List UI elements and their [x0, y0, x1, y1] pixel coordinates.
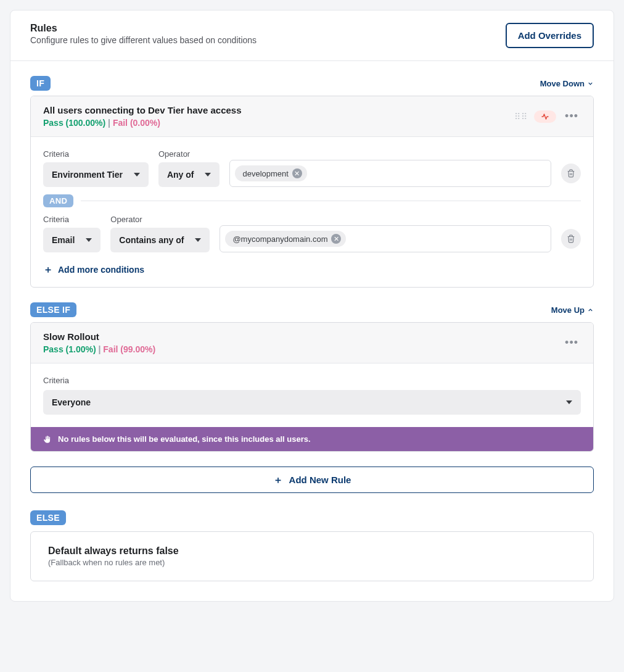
criteria-label: Criteria	[43, 215, 101, 224]
move-down-label: Move Down	[540, 79, 585, 88]
delete-condition-button[interactable]	[561, 229, 581, 249]
card-body: IF Move Down All users connecting to Dev…	[10, 61, 614, 601]
chevron-down-icon	[195, 238, 201, 242]
criteria-select[interactable]: Environment Tier	[43, 162, 149, 187]
add-overrides-button[interactable]: Add Overrides	[506, 23, 594, 48]
trash-icon	[567, 169, 575, 178]
elseif-badge: ELSE IF	[30, 302, 76, 317]
chevron-up-icon	[587, 307, 594, 313]
pass-fail-row: Pass (1.00%) | Fail (99.00%)	[43, 344, 155, 354]
page-subtitle: Configure rules to give different values…	[30, 35, 257, 45]
trash-icon	[567, 234, 575, 243]
remove-chip-icon[interactable]: ✕	[331, 234, 341, 244]
remove-chip-icon[interactable]: ✕	[292, 168, 302, 178]
else-subtitle: (Fallback when no rules are met)	[48, 558, 576, 567]
rule-head-actions: •••	[562, 334, 581, 352]
rule-body-1: Criteria Environment Tier Operator Any o…	[31, 137, 593, 287]
move-up-button[interactable]: Move Up	[551, 305, 594, 315]
else-box: Default always returns false (Fallback w…	[30, 531, 594, 581]
value-chip: @mycompanydomain.com ✕	[225, 231, 346, 247]
operator-select[interactable]: Contains any of	[110, 228, 210, 252]
criteria-value: Email	[52, 235, 75, 245]
add-condition-label: Add more conditions	[58, 265, 144, 275]
chevron-down-icon	[134, 173, 140, 176]
condition-row: Criteria Email Operator Contains any of	[43, 215, 581, 252]
rule-box-1: All users connecting to Dev Tier have ac…	[30, 96, 594, 288]
if-block-header: IF Move Down	[30, 76, 594, 91]
pass-text: Pass (100.00%)	[43, 118, 105, 128]
chevron-down-icon	[566, 400, 572, 404]
rules-card: Rules Configure rules to give different …	[10, 10, 614, 602]
else-block-header: ELSE	[30, 510, 594, 525]
rule-head-1: All users connecting to Dev Tier have ac…	[31, 96, 593, 137]
drag-handle-icon[interactable]: ⠿⠿	[514, 112, 528, 122]
operator-select[interactable]: Any of	[158, 162, 220, 187]
else-badge: ELSE	[30, 510, 66, 525]
value-chip: development ✕	[235, 165, 306, 181]
and-badge: AND	[43, 194, 73, 207]
value-input[interactable]: @mycompanydomain.com ✕	[220, 225, 551, 252]
rule-body-2: Criteria Everyone	[31, 363, 593, 427]
rule-title: Slow Rollout	[43, 331, 155, 342]
operator-value: Contains any of	[119, 235, 184, 245]
chevron-down-icon	[86, 238, 92, 242]
rule-menu-button[interactable]: •••	[562, 334, 581, 352]
chevron-down-icon	[587, 80, 594, 87]
pulse-status-pill[interactable]	[534, 110, 556, 123]
chevron-down-icon	[205, 173, 211, 176]
add-new-rule-button[interactable]: ＋ Add New Rule	[30, 467, 594, 493]
pass-fail-sep: |	[105, 118, 113, 128]
rule-head-actions: ⠿⠿ •••	[514, 107, 581, 125]
move-up-label: Move Up	[551, 305, 585, 315]
chip-text: development	[242, 169, 288, 178]
pass-text: Pass (1.00%)	[43, 344, 96, 354]
criteria-select-everyone[interactable]: Everyone	[43, 390, 581, 415]
operator-label: Operator	[110, 215, 210, 224]
warning-banner: No rules below this will be evaluated, s…	[31, 427, 593, 451]
rule-head-2: Slow Rollout Pass (1.00%) | Fail (99.00%…	[31, 323, 593, 363]
criteria-value: Everyone	[52, 397, 91, 407]
hand-stop-icon	[43, 435, 52, 444]
operator-label: Operator	[158, 149, 220, 159]
pass-fail-sep: |	[96, 344, 104, 354]
and-divider: AND	[43, 194, 581, 207]
condition-row: Criteria Environment Tier Operator Any o…	[43, 149, 581, 187]
add-condition-button[interactable]: ＋ Add more conditions	[43, 265, 144, 275]
pulse-icon	[540, 113, 550, 120]
criteria-label: Criteria	[43, 376, 581, 385]
plus-icon: ＋	[273, 475, 283, 485]
fail-text: Fail (0.00%)	[113, 118, 160, 128]
elseif-block-header: ELSE IF Move Up	[30, 302, 594, 317]
warning-text: No rules below this will be evaluated, s…	[58, 434, 311, 444]
card-header: Rules Configure rules to give different …	[10, 10, 614, 61]
chip-text: @mycompanydomain.com	[232, 234, 327, 244]
criteria-label: Criteria	[43, 149, 149, 159]
criteria-select[interactable]: Email	[43, 228, 101, 252]
move-down-button[interactable]: Move Down	[540, 79, 594, 88]
delete-condition-button[interactable]	[561, 164, 581, 183]
add-new-rule-label: Add New Rule	[289, 475, 351, 485]
rule-menu-button[interactable]: •••	[562, 107, 581, 125]
operator-value: Any of	[167, 170, 194, 180]
value-input[interactable]: development ✕	[229, 160, 551, 187]
plus-icon: ＋	[43, 265, 53, 275]
fail-text: Fail (99.00%)	[103, 344, 155, 354]
rule-box-2: Slow Rollout Pass (1.00%) | Fail (99.00%…	[30, 322, 594, 452]
pass-fail-row: Pass (100.00%) | Fail (0.00%)	[43, 118, 242, 128]
page-title: Rules	[30, 23, 257, 34]
else-title: Default always returns false	[48, 545, 576, 557]
divider-line	[81, 201, 581, 201]
if-badge: IF	[30, 76, 51, 91]
rule-title: All users connecting to Dev Tier have ac…	[43, 105, 242, 115]
criteria-value: Environment Tier	[52, 170, 123, 180]
